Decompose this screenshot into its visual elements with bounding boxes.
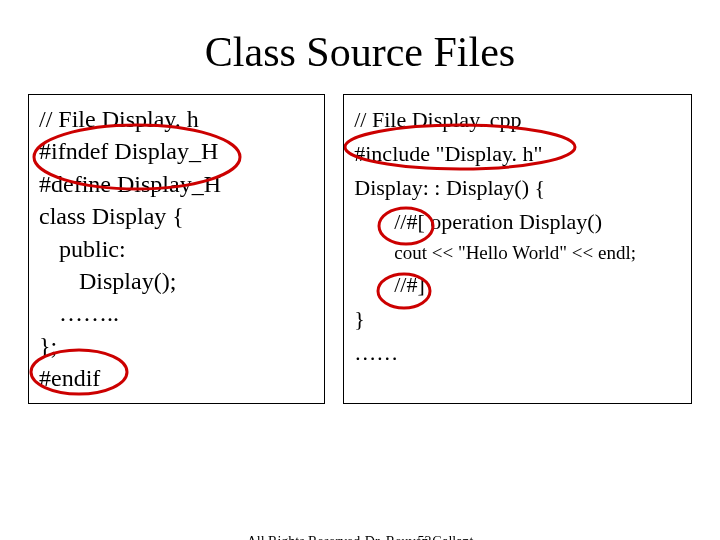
code-box-cpp: // File Display. cpp #include "Display. …	[343, 94, 692, 404]
columns: // File Display. h #ifndef Display_H #de…	[0, 94, 720, 404]
code-line: //#]	[354, 268, 681, 302]
code-line: Display();	[39, 265, 314, 297]
code-line: }	[354, 302, 681, 336]
code-line: //#[ operation Display()	[354, 205, 681, 239]
footer-text: All Rights Reserved-Dr. Reuven Gallant	[0, 534, 720, 540]
code-line: #ifndef Display_H	[39, 135, 314, 167]
code-line: cout << "Hello World" << endl;	[354, 239, 681, 268]
code-line: ……	[354, 336, 681, 370]
code-line: ……..	[39, 297, 314, 329]
code-line: #define Display_H	[39, 168, 314, 200]
code-line: // File Display. h	[39, 103, 314, 135]
code-line: #endif	[39, 362, 314, 394]
slide-title: Class Source Files	[0, 28, 720, 76]
code-line: public:	[39, 233, 314, 265]
page-number: 52	[418, 534, 432, 540]
code-box-header: // File Display. h #ifndef Display_H #de…	[28, 94, 325, 404]
code-line: // File Display. cpp	[354, 103, 681, 137]
code-line: Display: : Display() {	[354, 171, 681, 205]
code-line: class Display {	[39, 200, 314, 232]
code-line: };	[39, 330, 314, 362]
slide: Class Source Files // File Display. h #i…	[0, 28, 720, 540]
code-line: #include "Display. h"	[354, 137, 681, 171]
